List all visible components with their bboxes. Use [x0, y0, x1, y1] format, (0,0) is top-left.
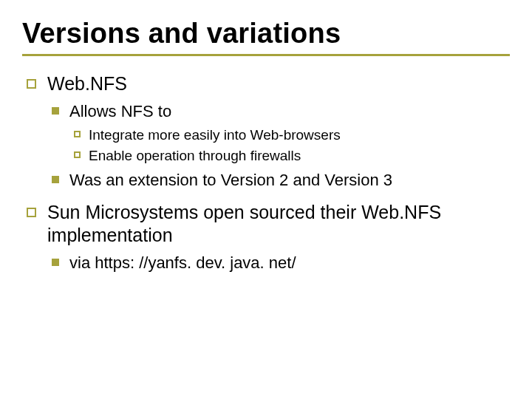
item-text: Allows NFS to [69, 102, 171, 120]
list-item: Was an extension to Version 2 and Versio… [47, 170, 510, 191]
hollow-square-icon [27, 79, 36, 89]
sub-sub-list: Integrate more easily into Web-browsers … [69, 126, 510, 165]
list-item: Sun Microsystems open sourced their Web.… [22, 201, 510, 273]
filled-square-icon [52, 259, 59, 266]
hollow-square-icon [74, 151, 81, 158]
content-list: Web.NFS Allows NFS to Integrate more eas… [22, 72, 510, 273]
filled-square-icon [52, 176, 59, 183]
slide: Versions and variations Web.NFS Allows N… [0, 0, 532, 399]
item-text: via https: //yanfs. dev. java. net/ [69, 253, 296, 272]
hollow-square-icon [27, 208, 36, 217]
item-text: Enable operation through firewalls [89, 148, 301, 163]
filled-square-icon [52, 107, 59, 115]
slide-title: Versions and variations [22, 18, 510, 50]
sub-list: via https: //yanfs. dev. java. net/ [47, 253, 510, 273]
title-underline [22, 54, 510, 56]
item-text: Sun Microsystems open sourced their Web.… [47, 202, 441, 245]
item-text: Integrate more easily into Web-browsers [89, 127, 341, 143]
list-item: Enable operation through firewalls [69, 147, 510, 165]
item-text: Web.NFS [47, 73, 127, 94]
list-item: Web.NFS Allows NFS to Integrate more eas… [22, 72, 510, 191]
item-text: Was an extension to Version 2 and Versio… [69, 171, 392, 189]
list-item: Allows NFS to Integrate more easily into… [47, 101, 510, 164]
list-item: Integrate more easily into Web-browsers [69, 126, 510, 144]
hollow-square-icon [74, 131, 81, 137]
sub-list: Allows NFS to Integrate more easily into… [47, 101, 510, 191]
list-item: via https: //yanfs. dev. java. net/ [47, 253, 510, 273]
